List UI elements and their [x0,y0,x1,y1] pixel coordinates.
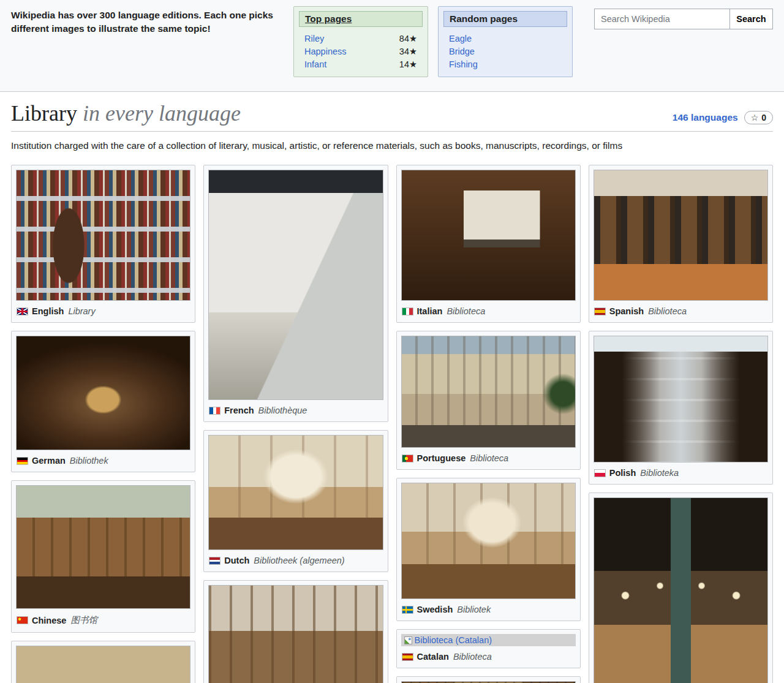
page-title-suffix: in every language [83,101,241,126]
language-name: German [32,456,66,466]
es-flag-icon [595,308,605,315]
gallery-card[interactable]: Chinese图书馆 [11,480,195,633]
image-alt-bar[interactable]: Biblioteca (Catalan) [401,634,576,646]
library-photo[interactable] [401,483,576,599]
language-name: Portuguese [417,453,466,463]
native-term: Bibliotheek (algemeen) [254,556,344,565]
top-page-link[interactable]: Riley [304,34,324,43]
language-name: Dutch [224,556,249,565]
library-photo[interactable] [16,336,190,450]
gallery-column: EnglishLibraryGermanBibliothekChinese图书馆 [11,165,195,683]
gallery-card[interactable]: FrenchBibliothèque [203,165,388,422]
library-photo[interactable] [594,336,768,462]
native-term: Biblioteca [447,306,485,316]
language-name: English [32,306,64,316]
gallery-column: ItalianBibliotecaPortugueseBibliotecaSwe… [396,165,581,683]
search-input[interactable] [594,9,730,29]
cn-flag-icon [17,617,28,624]
page-title: Library in every language [11,100,241,126]
gallery-card[interactable] [396,676,581,683]
title-row: Library in every language 146 languages … [11,100,773,126]
library-photo[interactable] [16,485,190,609]
random-pages-box: Random pages EagleBridgeFishing [438,6,573,77]
native-term: Bibliotek [457,605,491,614]
card-caption: PolishBiblioteka [594,462,768,480]
star-badge[interactable]: ☆ 0 [744,111,773,124]
top-page-link[interactable]: Infant [304,59,326,69]
native-term: Biblioteca [470,453,508,463]
language-name: French [224,406,254,415]
native-term: Bibliothèque [258,406,307,415]
top-pages-box: Top pages Riley84★Happiness34★Infant14★ [293,6,428,77]
gallery-card[interactable]: EnglishLibrary [11,165,195,323]
title-actions: 146 languages ☆ 0 [673,111,773,124]
image-alt-link[interactable]: Biblioteca (Catalan) [415,635,492,645]
star-count: 0 [761,113,766,123]
card-caption: ItalianBiblioteca [401,301,576,318]
native-term: Bibliothek [70,456,108,466]
star-outline-icon: ☆ [751,113,759,123]
gallery-card[interactable] [589,492,773,683]
top-page-link[interactable]: Happiness [304,47,347,56]
card-caption: GermanBibliothek [16,450,190,467]
gb-flag-icon [17,308,28,315]
native-term: Biblioteca [453,652,492,662]
language-gallery: EnglishLibraryGermanBibliothekChinese图书馆… [11,165,773,683]
intro-text: Wikipedia has over 300 language editions… [11,6,284,35]
main-content: Library in every language 146 languages … [0,92,784,683]
random-page-link[interactable]: Bridge [449,47,475,56]
pt-flag-icon [402,455,413,462]
native-term: Library [68,306,95,316]
gallery-card[interactable]: ItalianBiblioteca [396,165,581,323]
native-term: Biblioteka [640,468,679,478]
gallery-card[interactable]: GermanBibliothek [11,331,195,472]
library-photo[interactable] [208,585,383,683]
library-photo[interactable] [208,170,383,400]
random-page-link[interactable]: Eagle [449,34,472,43]
random-pages-item: Fishing [443,58,567,70]
top-pages-item: Infant14★ [299,58,423,70]
library-photo[interactable] [594,497,768,683]
library-photo[interactable] [401,170,576,301]
gallery-card[interactable]: SwedishBibliotek [396,478,581,621]
top-pages-title: Top pages [299,11,423,27]
gallery-card[interactable]: PolishBiblioteka [589,331,773,485]
language-name: Italian [417,306,443,316]
gallery-card[interactable]: SpanishBiblioteca [589,165,773,323]
random-pages-item: Eagle [443,32,567,45]
language-name: Chinese [32,616,66,625]
gallery-column: SpanishBibliotecaPolishBiblioteka [589,165,773,683]
native-term: 图书馆 [70,614,97,626]
page-view-count: 34★ [399,47,417,56]
page-view-count: 14★ [399,59,417,69]
language-name: Swedish [417,605,453,614]
search-button[interactable]: Search [730,9,773,29]
se-flag-icon [402,606,413,613]
gallery-card[interactable]: PortugueseBiblioteca [396,331,581,470]
library-photo[interactable] [16,170,190,301]
library-photo[interactable] [594,170,768,301]
library-photo[interactable] [401,336,576,448]
gallery-card[interactable]: Biblioteca (Catalan)CatalanBiblioteca [396,629,581,668]
library-photo[interactable] [16,646,190,683]
library-photo[interactable] [208,435,383,550]
top-bar: Wikipedia has over 300 language editions… [0,0,784,92]
random-page-link[interactable]: Fishing [449,59,478,69]
languages-link[interactable]: 146 languages [673,112,738,123]
card-caption: EnglishLibrary [16,301,190,318]
card-caption: DutchBibliotheek (algemeen) [208,550,383,567]
gallery-card[interactable] [203,580,388,683]
language-name: Spanish [609,306,644,316]
language-name: Catalan [417,652,449,662]
random-pages-item: Bridge [443,45,567,58]
top-pages-item: Riley84★ [299,32,423,45]
top-pages-item: Happiness34★ [299,45,423,58]
gallery-card[interactable]: DutchBibliotheek (algemeen) [203,430,388,572]
gallery-column: FrenchBibliothèqueDutchBibliotheek (alge… [203,165,388,683]
es-flag-icon [402,654,413,660]
nl-flag-icon [209,557,220,564]
card-caption: PortugueseBiblioteca [401,448,576,465]
search-bar: Search [594,9,773,29]
gallery-card[interactable] [11,641,195,683]
random-pages-title: Random pages [443,11,567,27]
